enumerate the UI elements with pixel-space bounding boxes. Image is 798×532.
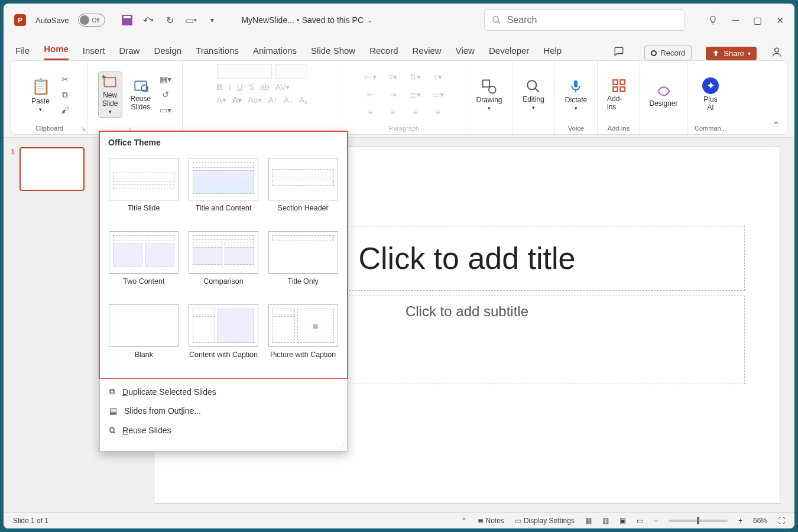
designer-button[interactable]: Designer	[645, 79, 681, 110]
close-button[interactable]: ✕	[776, 15, 784, 26]
svg-rect-7	[483, 80, 490, 87]
addins-button[interactable]: Add-ins	[604, 76, 634, 113]
layout-picture-with-caption[interactable]: ▦ Picture with Caption	[266, 304, 340, 368]
duplicate-icon: ⧉	[109, 387, 115, 397]
zoom-in-button[interactable]: +	[738, 517, 742, 525]
window-controls: ─ ▢ ✕	[708, 15, 784, 26]
layout-title-only[interactable]: Title Only	[266, 231, 340, 295]
notes-button[interactable]: ≣ Notes	[478, 517, 504, 525]
redo-button[interactable]: ↻	[163, 14, 176, 27]
search-icon	[492, 15, 501, 25]
svg-line-10	[536, 88, 540, 92]
share-button[interactable]: Share▾	[706, 47, 757, 60]
saved-status: Saved to this PC	[302, 15, 364, 25]
outline-icon: ▤	[109, 406, 117, 416]
clipboard-launcher-icon[interactable]: ↘	[81, 125, 86, 132]
reuse-slides-button[interactable]: Reuse Slides	[127, 76, 155, 113]
new-slide-button[interactable]: + New Slide▾	[98, 72, 122, 118]
slide-thumbnail-1[interactable]	[20, 147, 85, 191]
present-button[interactable]: ▭▾	[184, 14, 197, 27]
filename-area[interactable]: MyNewSlide... • Saved to this PC ⌄	[241, 15, 372, 25]
thumb-number: 1	[11, 147, 15, 156]
zoom-out-button[interactable]: −	[654, 517, 658, 525]
paragraph-label: Paragraph	[389, 125, 419, 133]
view-reading-icon[interactable]: ▣	[619, 517, 626, 525]
maximize-button[interactable]: ▢	[753, 15, 762, 26]
copy-button[interactable]: ⧉	[59, 89, 72, 100]
layout-content-with-caption[interactable]: Content with Caption	[187, 304, 261, 368]
reset-button[interactable]: ↺	[159, 89, 172, 100]
layout-comparison[interactable]: Comparison	[187, 231, 261, 295]
group-drawing: Drawing▾	[466, 61, 512, 134]
tab-transitions[interactable]: Transitions	[196, 46, 239, 60]
caret-up-icon[interactable]: ⌃	[461, 517, 467, 525]
dropdown-footer: ⧉ Duplicate Selected Slides ▤ Slides fro…	[100, 378, 347, 443]
tab-home[interactable]: Home	[44, 44, 69, 60]
group-paragraph: ≔▾≡▾⇅▾↕▾ ⇤⇥≣▾▭▾ ≡≡≡≡ Paragraph ↘	[342, 61, 466, 134]
dictate-button[interactable]: Dictate▾	[562, 76, 591, 113]
duplicate-slides-item[interactable]: ⧉ Duplicate Selected Slides	[100, 382, 347, 401]
tab-view[interactable]: View	[456, 46, 475, 60]
save-button[interactable]	[121, 14, 134, 27]
paste-button[interactable]: 📋 Paste▾	[28, 75, 54, 115]
view-slideshow-icon[interactable]: ▭	[637, 517, 643, 525]
record-button[interactable]: Record	[644, 46, 692, 60]
slides-from-outline-item[interactable]: ▤ Slides from Outline...	[100, 401, 347, 420]
layout-section-header[interactable]: Section Header	[266, 158, 340, 222]
editing-button[interactable]: Editing▾	[519, 76, 548, 113]
commands-label: Comman...	[695, 125, 726, 133]
tab-record[interactable]: Record	[369, 46, 398, 60]
tab-draw[interactable]: Draw	[119, 46, 140, 60]
app-window: P AutoSave Off ↶▾ ↻ ▭▾ ▾ MyNewSlide... •…	[4, 4, 794, 528]
zoom-level: 66%	[753, 517, 767, 525]
resize-grip-icon[interactable]: ⋰	[100, 443, 347, 451]
tab-developer[interactable]: Developer	[489, 46, 529, 60]
svg-point-2	[775, 48, 779, 52]
drawing-button[interactable]: Drawing▾	[472, 76, 505, 113]
layout-title-and-content[interactable]: Title and Content	[187, 158, 261, 222]
svg-point-9	[528, 80, 537, 89]
svg-rect-14	[613, 87, 618, 92]
voice-label: Voice	[568, 125, 584, 133]
zoom-slider[interactable]	[669, 520, 728, 522]
lightbulb-icon[interactable]	[708, 15, 718, 25]
section-button[interactable]: ▭▾	[159, 104, 172, 116]
qat-more-button[interactable]: ▾	[206, 14, 219, 27]
account-icon[interactable]	[771, 46, 783, 60]
new-slide-dropdown: Office Theme Title Slide Title and Conte…	[99, 131, 348, 452]
layout-button[interactable]: ▦▾	[159, 73, 172, 85]
autosave-toggle[interactable]: Off	[78, 14, 105, 27]
layout-title-slide[interactable]: Title Slide	[107, 158, 181, 222]
tab-help[interactable]: Help	[543, 46, 562, 60]
display-settings-button[interactable]: ▭ Display Settings	[515, 517, 575, 525]
tab-design[interactable]: Design	[154, 46, 181, 60]
minimize-button[interactable]: ─	[732, 15, 739, 25]
undo-button[interactable]: ↶▾	[142, 14, 155, 27]
search-input[interactable]: Search	[484, 9, 685, 31]
format-painter-button[interactable]: 🖌	[59, 104, 72, 116]
collapse-ribbon-icon[interactable]: ⌃	[773, 120, 780, 129]
tab-animations[interactable]: Animations	[253, 46, 297, 60]
quick-access-toolbar: ↶▾ ↻ ▭▾ ▾	[121, 14, 219, 27]
reuse-slides-item[interactable]: ⧉ Reuse Slides	[100, 420, 347, 440]
plus-ai-button[interactable]: ✦ Plus AI	[699, 75, 722, 114]
fit-to-window-button[interactable]: ⛶	[778, 517, 785, 525]
comments-button[interactable]	[608, 44, 630, 60]
cut-button[interactable]: ✂	[59, 73, 72, 85]
view-normal-icon[interactable]: ▦	[585, 517, 592, 525]
svg-rect-12	[613, 80, 618, 85]
tab-file[interactable]: File	[15, 46, 30, 60]
tab-insert[interactable]: Insert	[83, 46, 105, 60]
group-slides: + New Slide▾ Reuse Slides ▦▾ ↺ ▭▾	[88, 61, 183, 134]
filename-text: MyNewSlide...	[241, 15, 294, 25]
svg-rect-4	[135, 81, 147, 90]
tab-review[interactable]: Review	[413, 46, 442, 60]
view-sorter-icon[interactable]: ▥	[602, 517, 609, 525]
powerpoint-icon: P	[14, 14, 26, 26]
layout-blank[interactable]: Blank	[107, 304, 181, 368]
layout-two-content[interactable]: Two Content	[107, 231, 181, 295]
group-designer: Designer	[640, 61, 687, 134]
clipboard-label: Clipboard	[35, 125, 63, 133]
tab-slide-show[interactable]: Slide Show	[311, 46, 355, 60]
svg-line-1	[498, 21, 500, 24]
